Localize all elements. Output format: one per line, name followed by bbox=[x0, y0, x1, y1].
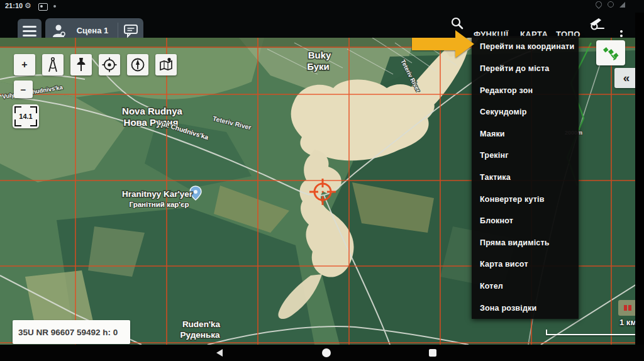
compass-icon bbox=[130, 57, 146, 73]
chevrons-left-icon: « bbox=[623, 71, 630, 85]
zoom-in-button[interactable]: + bbox=[14, 54, 35, 75]
compass-divider-icon bbox=[45, 57, 60, 73]
pushpin-icon bbox=[74, 57, 89, 73]
menu-item-tracking[interactable]: Трекінг bbox=[472, 145, 579, 167]
coordinate-readout: 35U NR 96607 59492 h: 0 bbox=[13, 320, 130, 344]
menu-item-recon-zone[interactable]: Зона розвідки bbox=[472, 297, 579, 319]
pin-tool-button[interactable] bbox=[70, 54, 92, 75]
menu-item-zone-editor[interactable]: Редактор зон bbox=[472, 79, 579, 101]
satellite-icon bbox=[601, 44, 621, 62]
screenshot-icon bbox=[38, 3, 48, 11]
zoom-out-button[interactable]: − bbox=[14, 81, 33, 98]
functions-dropdown: Перейти на координати Перейти до міста Р… bbox=[472, 36, 579, 319]
menu-item-elevation-map[interactable]: Карта висот bbox=[472, 253, 579, 275]
home-icon[interactable] bbox=[322, 348, 331, 357]
zoom-level-indicator[interactable]: 14.1 bbox=[13, 104, 39, 128]
label-buky-lat: Buky bbox=[308, 50, 331, 60]
menu-item-stopwatch[interactable]: Секундомір bbox=[472, 101, 579, 123]
app-bar: Сцена 1 ФУНКЦІЇ КАРТА ТОПО bbox=[0, 13, 644, 38]
scale-label: 1 км bbox=[619, 318, 636, 327]
annotation-arrow bbox=[412, 30, 476, 58]
status-bar: 21:10 ⚙ bbox=[0, 0, 644, 13]
screen-edge bbox=[635, 13, 644, 361]
label-buky-cyr: Буки bbox=[307, 61, 330, 72]
back-icon[interactable] bbox=[216, 349, 223, 357]
label-rudenka-cyr: Руденька bbox=[180, 330, 220, 340]
menu-item-kotel[interactable]: Котел bbox=[472, 275, 579, 297]
signal-icon bbox=[619, 2, 625, 8]
notification-dot-icon bbox=[53, 5, 56, 8]
app-screen: 21:10 ⚙ Сцена 1 bbox=[0, 0, 644, 361]
satellite-layer-button[interactable] bbox=[596, 40, 625, 65]
menu-item-line-of-sight[interactable]: Пряма видимість bbox=[472, 231, 579, 253]
gear-icon: ⚙ bbox=[25, 1, 31, 10]
user-icon bbox=[51, 23, 67, 38]
minus-icon: − bbox=[21, 84, 26, 95]
menu-item-beacons[interactable]: Маяки bbox=[472, 123, 579, 145]
map-layers-button[interactable] bbox=[155, 54, 177, 75]
clock: 21:10 bbox=[5, 2, 23, 9]
menu-item-tactics[interactable]: Тактика bbox=[472, 167, 579, 189]
label-rudenka-lat: Ruden'ka bbox=[182, 319, 221, 329]
menu-item-angle-converter[interactable]: Конвертер кутів bbox=[472, 188, 579, 210]
scene-label: Сцена 1 bbox=[67, 26, 118, 35]
android-nav-bar bbox=[0, 345, 644, 361]
measure-tool-button[interactable] bbox=[42, 54, 64, 75]
scale-line bbox=[546, 330, 640, 335]
location-icon bbox=[594, 0, 603, 9]
menu-item-goto-coordinates[interactable]: Перейти на координати bbox=[472, 36, 579, 58]
label-quarry-lat: Hranitnyy Kar'yer bbox=[122, 189, 193, 199]
mini-marker-icon[interactable] bbox=[618, 300, 637, 316]
recents-icon[interactable] bbox=[429, 349, 436, 357]
mgrs-value: 35U NR 96607 59492 h: 0 bbox=[18, 328, 118, 337]
target-icon bbox=[101, 57, 118, 73]
map-pin-icon bbox=[158, 57, 174, 73]
scale-bar: 1 км bbox=[546, 318, 639, 336]
center-target-button[interactable] bbox=[99, 54, 120, 75]
sync-icon bbox=[608, 1, 614, 8]
menu-item-notepad[interactable]: Блокнот bbox=[472, 210, 579, 232]
label-quarry-cyr: Гранітний кар'єр bbox=[130, 201, 189, 208]
menu-item-goto-city[interactable]: Перейти до міста bbox=[472, 58, 579, 80]
plus-icon: + bbox=[21, 59, 27, 70]
chat-icon[interactable] bbox=[123, 24, 138, 38]
cannon-icon[interactable] bbox=[587, 16, 606, 31]
label-nova-rudnya-lat: Nova Rudnya bbox=[122, 106, 183, 116]
orientation-button[interactable] bbox=[127, 54, 148, 75]
search-icon[interactable] bbox=[450, 16, 464, 30]
divider bbox=[118, 23, 118, 39]
